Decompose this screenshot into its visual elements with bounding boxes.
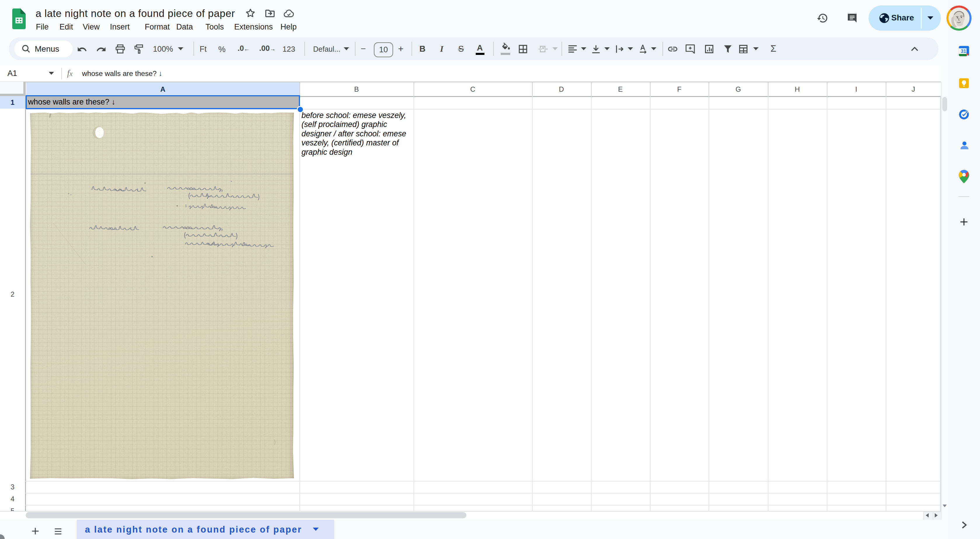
svg-text:31: 31: [961, 48, 966, 54]
